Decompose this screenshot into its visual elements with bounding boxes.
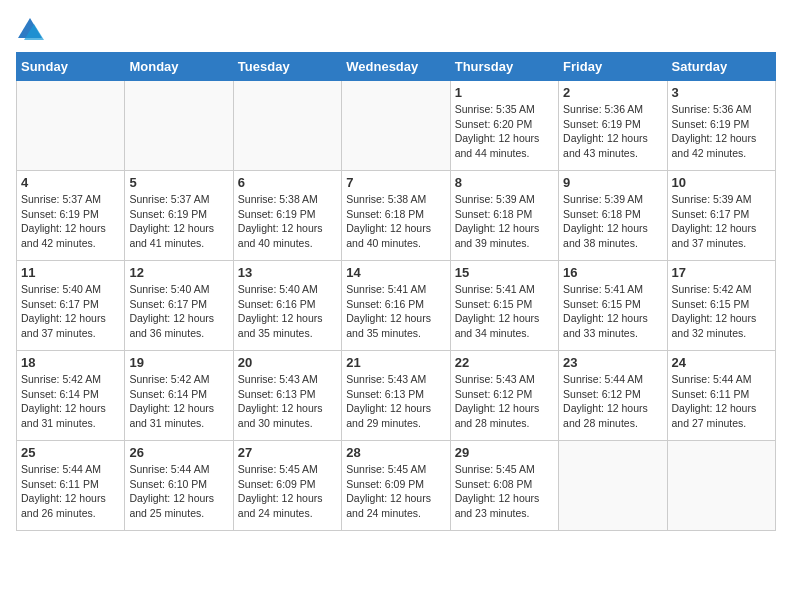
calendar-cell: 1Sunrise: 5:35 AM Sunset: 6:20 PM Daylig… xyxy=(450,81,558,171)
calendar-cell: 29Sunrise: 5:45 AM Sunset: 6:08 PM Dayli… xyxy=(450,441,558,531)
calendar-cell: 10Sunrise: 5:39 AM Sunset: 6:17 PM Dayli… xyxy=(667,171,775,261)
day-info: Sunrise: 5:39 AM Sunset: 6:18 PM Dayligh… xyxy=(563,192,662,251)
day-number: 6 xyxy=(238,175,337,190)
day-info: Sunrise: 5:38 AM Sunset: 6:18 PM Dayligh… xyxy=(346,192,445,251)
day-number: 27 xyxy=(238,445,337,460)
calendar-cell: 23Sunrise: 5:44 AM Sunset: 6:12 PM Dayli… xyxy=(559,351,667,441)
day-number: 7 xyxy=(346,175,445,190)
day-number: 8 xyxy=(455,175,554,190)
weekday-header-tuesday: Tuesday xyxy=(233,53,341,81)
calendar-cell: 4Sunrise: 5:37 AM Sunset: 6:19 PM Daylig… xyxy=(17,171,125,261)
calendar-cell: 6Sunrise: 5:38 AM Sunset: 6:19 PM Daylig… xyxy=(233,171,341,261)
day-info: Sunrise: 5:38 AM Sunset: 6:19 PM Dayligh… xyxy=(238,192,337,251)
day-number: 16 xyxy=(563,265,662,280)
day-number: 26 xyxy=(129,445,228,460)
day-info: Sunrise: 5:39 AM Sunset: 6:17 PM Dayligh… xyxy=(672,192,771,251)
day-info: Sunrise: 5:40 AM Sunset: 6:17 PM Dayligh… xyxy=(21,282,120,341)
weekday-header-monday: Monday xyxy=(125,53,233,81)
calendar-cell: 17Sunrise: 5:42 AM Sunset: 6:15 PM Dayli… xyxy=(667,261,775,351)
day-info: Sunrise: 5:36 AM Sunset: 6:19 PM Dayligh… xyxy=(563,102,662,161)
day-info: Sunrise: 5:42 AM Sunset: 6:15 PM Dayligh… xyxy=(672,282,771,341)
calendar-week-1: 4Sunrise: 5:37 AM Sunset: 6:19 PM Daylig… xyxy=(17,171,776,261)
calendar-cell xyxy=(342,81,450,171)
calendar-cell: 19Sunrise: 5:42 AM Sunset: 6:14 PM Dayli… xyxy=(125,351,233,441)
day-number: 1 xyxy=(455,85,554,100)
day-number: 15 xyxy=(455,265,554,280)
weekday-header-wednesday: Wednesday xyxy=(342,53,450,81)
day-number: 10 xyxy=(672,175,771,190)
calendar-cell: 22Sunrise: 5:43 AM Sunset: 6:12 PM Dayli… xyxy=(450,351,558,441)
calendar-cell: 5Sunrise: 5:37 AM Sunset: 6:19 PM Daylig… xyxy=(125,171,233,261)
day-number: 13 xyxy=(238,265,337,280)
day-info: Sunrise: 5:44 AM Sunset: 6:11 PM Dayligh… xyxy=(672,372,771,431)
weekday-header-friday: Friday xyxy=(559,53,667,81)
day-number: 4 xyxy=(21,175,120,190)
day-info: Sunrise: 5:45 AM Sunset: 6:09 PM Dayligh… xyxy=(346,462,445,521)
calendar-cell: 2Sunrise: 5:36 AM Sunset: 6:19 PM Daylig… xyxy=(559,81,667,171)
day-number: 2 xyxy=(563,85,662,100)
calendar-cell: 13Sunrise: 5:40 AM Sunset: 6:16 PM Dayli… xyxy=(233,261,341,351)
calendar-cell: 3Sunrise: 5:36 AM Sunset: 6:19 PM Daylig… xyxy=(667,81,775,171)
calendar-table: SundayMondayTuesdayWednesdayThursdayFrid… xyxy=(16,52,776,531)
day-number: 19 xyxy=(129,355,228,370)
day-info: Sunrise: 5:41 AM Sunset: 6:15 PM Dayligh… xyxy=(455,282,554,341)
calendar-cell xyxy=(667,441,775,531)
day-info: Sunrise: 5:44 AM Sunset: 6:10 PM Dayligh… xyxy=(129,462,228,521)
calendar-week-3: 18Sunrise: 5:42 AM Sunset: 6:14 PM Dayli… xyxy=(17,351,776,441)
day-info: Sunrise: 5:44 AM Sunset: 6:12 PM Dayligh… xyxy=(563,372,662,431)
day-number: 17 xyxy=(672,265,771,280)
day-info: Sunrise: 5:43 AM Sunset: 6:13 PM Dayligh… xyxy=(238,372,337,431)
day-info: Sunrise: 5:43 AM Sunset: 6:13 PM Dayligh… xyxy=(346,372,445,431)
day-info: Sunrise: 5:37 AM Sunset: 6:19 PM Dayligh… xyxy=(129,192,228,251)
day-info: Sunrise: 5:45 AM Sunset: 6:08 PM Dayligh… xyxy=(455,462,554,521)
day-info: Sunrise: 5:41 AM Sunset: 6:16 PM Dayligh… xyxy=(346,282,445,341)
calendar-cell: 25Sunrise: 5:44 AM Sunset: 6:11 PM Dayli… xyxy=(17,441,125,531)
calendar-cell: 20Sunrise: 5:43 AM Sunset: 6:13 PM Dayli… xyxy=(233,351,341,441)
day-number: 14 xyxy=(346,265,445,280)
calendar-cell: 7Sunrise: 5:38 AM Sunset: 6:18 PM Daylig… xyxy=(342,171,450,261)
page-header xyxy=(16,16,776,44)
calendar-cell: 16Sunrise: 5:41 AM Sunset: 6:15 PM Dayli… xyxy=(559,261,667,351)
calendar-cell xyxy=(17,81,125,171)
day-info: Sunrise: 5:43 AM Sunset: 6:12 PM Dayligh… xyxy=(455,372,554,431)
day-info: Sunrise: 5:42 AM Sunset: 6:14 PM Dayligh… xyxy=(129,372,228,431)
day-info: Sunrise: 5:36 AM Sunset: 6:19 PM Dayligh… xyxy=(672,102,771,161)
day-number: 25 xyxy=(21,445,120,460)
day-number: 18 xyxy=(21,355,120,370)
day-info: Sunrise: 5:40 AM Sunset: 6:16 PM Dayligh… xyxy=(238,282,337,341)
day-info: Sunrise: 5:40 AM Sunset: 6:17 PM Dayligh… xyxy=(129,282,228,341)
weekday-header-thursday: Thursday xyxy=(450,53,558,81)
day-number: 23 xyxy=(563,355,662,370)
day-number: 28 xyxy=(346,445,445,460)
logo xyxy=(16,16,48,44)
calendar-week-4: 25Sunrise: 5:44 AM Sunset: 6:11 PM Dayli… xyxy=(17,441,776,531)
day-number: 11 xyxy=(21,265,120,280)
weekday-header-saturday: Saturday xyxy=(667,53,775,81)
calendar-cell xyxy=(125,81,233,171)
day-number: 3 xyxy=(672,85,771,100)
calendar-cell: 24Sunrise: 5:44 AM Sunset: 6:11 PM Dayli… xyxy=(667,351,775,441)
calendar-cell: 15Sunrise: 5:41 AM Sunset: 6:15 PM Dayli… xyxy=(450,261,558,351)
calendar-cell: 28Sunrise: 5:45 AM Sunset: 6:09 PM Dayli… xyxy=(342,441,450,531)
calendar-cell: 26Sunrise: 5:44 AM Sunset: 6:10 PM Dayli… xyxy=(125,441,233,531)
calendar-cell: 12Sunrise: 5:40 AM Sunset: 6:17 PM Dayli… xyxy=(125,261,233,351)
calendar-cell: 11Sunrise: 5:40 AM Sunset: 6:17 PM Dayli… xyxy=(17,261,125,351)
day-number: 12 xyxy=(129,265,228,280)
day-number: 5 xyxy=(129,175,228,190)
day-number: 22 xyxy=(455,355,554,370)
calendar-cell: 9Sunrise: 5:39 AM Sunset: 6:18 PM Daylig… xyxy=(559,171,667,261)
day-number: 24 xyxy=(672,355,771,370)
day-info: Sunrise: 5:37 AM Sunset: 6:19 PM Dayligh… xyxy=(21,192,120,251)
day-number: 9 xyxy=(563,175,662,190)
day-info: Sunrise: 5:45 AM Sunset: 6:09 PM Dayligh… xyxy=(238,462,337,521)
weekday-header-sunday: Sunday xyxy=(17,53,125,81)
day-info: Sunrise: 5:44 AM Sunset: 6:11 PM Dayligh… xyxy=(21,462,120,521)
calendar-cell: 8Sunrise: 5:39 AM Sunset: 6:18 PM Daylig… xyxy=(450,171,558,261)
day-number: 20 xyxy=(238,355,337,370)
calendar-cell: 27Sunrise: 5:45 AM Sunset: 6:09 PM Dayli… xyxy=(233,441,341,531)
calendar-cell xyxy=(559,441,667,531)
calendar-week-0: 1Sunrise: 5:35 AM Sunset: 6:20 PM Daylig… xyxy=(17,81,776,171)
calendar-header-row: SundayMondayTuesdayWednesdayThursdayFrid… xyxy=(17,53,776,81)
day-number: 29 xyxy=(455,445,554,460)
day-info: Sunrise: 5:41 AM Sunset: 6:15 PM Dayligh… xyxy=(563,282,662,341)
